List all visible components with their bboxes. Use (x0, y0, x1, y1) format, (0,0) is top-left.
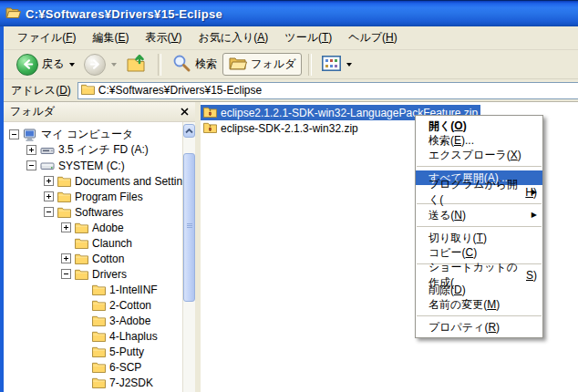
folder-icon (57, 206, 71, 218)
tree-item-label: 5-Putty (109, 346, 144, 358)
tree-item-label: 6-SCP (109, 361, 141, 374)
tree-item-label: Adobe (92, 222, 124, 234)
chevron-down-icon[interactable] (111, 63, 117, 67)
context-menu-item--r-[interactable]: プロパティ(R) (416, 320, 542, 335)
folders-pane-title: フォルダ (10, 104, 181, 119)
collapse-icon[interactable] (61, 269, 71, 279)
expand-icon[interactable] (44, 176, 54, 186)
tree-item-6-scp[interactable]: 6-SCP (4, 359, 195, 375)
collapse-icon[interactable] (44, 207, 54, 217)
tree-item-5-putty[interactable]: 5-Putty (4, 344, 195, 359)
views-icon (322, 56, 341, 74)
tree-item-7-j2sdk[interactable]: 7-J2SDK (4, 375, 195, 390)
tree-item-claunch[interactable]: Claunch (4, 235, 195, 251)
expand-icon[interactable] (44, 191, 54, 201)
context-menu-item--s-[interactable]: ショートカットの作成(S) (416, 268, 542, 283)
drive-icon (40, 160, 55, 172)
context-menu-item--t-[interactable]: 切り取り(T) (416, 231, 542, 245)
tree-item-label: 7-J2SDK (109, 377, 153, 389)
chevron-down-icon[interactable] (69, 63, 75, 67)
tree-item-4-lhaplus[interactable]: 4-Lhaplus (4, 328, 195, 344)
tree-item--[interactable]: マイ コンピュータ (4, 127, 195, 142)
tree-item-documents-and-settings[interactable]: Documents and Settings (4, 173, 195, 189)
folder-icon (75, 237, 88, 249)
tree-item-cotton[interactable]: Cotton (4, 251, 195, 266)
scroll-up-button[interactable] (183, 124, 195, 138)
tree-item-1-intelinf[interactable]: 1-IntelINF (4, 282, 195, 297)
computer-icon (23, 129, 37, 141)
tree-item-label: Documents and Settings (75, 175, 194, 188)
toolbar-up-button[interactable] (122, 50, 151, 78)
folder-icon (75, 253, 88, 264)
tree-item-adobe[interactable]: Adobe (4, 220, 195, 235)
chevron-down-icon[interactable] (346, 63, 352, 67)
back-icon (16, 54, 38, 76)
toolbar-folders-button[interactable]: フォルダ (222, 53, 302, 76)
close-icon[interactable] (181, 106, 189, 119)
file-name: eclipse-SDK-2.1.3-win32.zip (221, 122, 358, 135)
expand-icon[interactable] (61, 253, 71, 263)
context-menu-item--e-[interactable]: 検索(E)... (416, 133, 542, 148)
tree-item-label: Cotton (92, 253, 124, 265)
toolbar-folders-label: フォルダ (251, 57, 295, 72)
context-menu-item--n-[interactable]: 送る(N)▶ (416, 208, 542, 222)
context-menu-item--x-[interactable]: エクスプローラ(X) (416, 148, 542, 162)
toolbar: 戻る検索フォルダ (4, 50, 578, 79)
tree-item-softwares[interactable]: Softwares (4, 204, 195, 220)
folder-icon (92, 315, 106, 326)
titlebar[interactable]: C:¥Softwares¥Drivers¥15-Eclipse (0, 0, 578, 26)
menubar-item-6[interactable]: ヘルプ(H) (340, 26, 406, 49)
menubar-item-5[interactable]: ツール(T) (276, 26, 340, 49)
context-menu-item--o-[interactable]: 開く(O) (416, 119, 542, 133)
collapse-icon[interactable] (26, 160, 36, 170)
toolbar-search-button[interactable]: 検索 (168, 51, 221, 77)
folder-icon (92, 299, 106, 311)
toolbar-back-button[interactable]: 戻る (13, 52, 78, 77)
tree-item-drivers[interactable]: Drivers (4, 266, 195, 282)
context-menu-item--m-[interactable]: 名前の変更(M) (416, 297, 542, 312)
context-menu-item--d-[interactable]: 削除(D) (416, 283, 542, 297)
file-row[interactable]: eclipse-SDK-2.1.3-win32.zip (201, 120, 361, 136)
tree-item-2-cotton[interactable]: 2-Cotton (4, 297, 195, 313)
folder-icon (75, 268, 88, 280)
up-icon (126, 52, 148, 77)
tree-item-label: 3-Adobe (109, 315, 150, 327)
menubar-item-2[interactable]: 編集(E) (84, 26, 137, 49)
context-menu: 開く(O)検索(E)...エクスプローラ(X)すべて展開(A)...プログラムか… (415, 115, 543, 338)
menubar-item-1[interactable]: ファイル(F) (9, 26, 84, 49)
scrollbar-thumb[interactable] (183, 153, 195, 302)
menubar-item-3[interactable]: 表示(V) (137, 26, 190, 49)
toolbar-forward-button[interactable] (80, 52, 120, 77)
menubar-item-4[interactable]: お気に入り(A) (191, 26, 277, 49)
menu-separator (417, 226, 542, 227)
search-icon (171, 53, 191, 76)
tree-item-3-adobe[interactable]: 3-Adobe (4, 313, 195, 328)
tree-item-3-5-fd-a-[interactable]: 3.5 インチ FD (A:) (4, 142, 195, 158)
zip-icon (203, 121, 217, 136)
tree-scrollbar[interactable] (182, 122, 195, 392)
tree-item-label: Program Files (75, 191, 143, 203)
folder-icon (92, 346, 106, 357)
address-label: アドレス(D) (11, 83, 71, 98)
tree-item-label: Drivers (92, 268, 127, 281)
menu-separator (417, 315, 542, 316)
addressbar: アドレス(D) C:¥Softwares¥Drivers¥15-Eclipse (4, 79, 578, 102)
folder-icon (92, 284, 106, 295)
forward-icon (84, 54, 106, 76)
folder-icon (75, 222, 88, 233)
context-menu-item--h-[interactable]: プログラムから開く(H)▶ (416, 185, 542, 200)
tree-item-label: 4-Lhaplus (109, 330, 158, 343)
expand-icon[interactable] (61, 222, 71, 232)
folder-icon (92, 377, 106, 388)
address-input[interactable]: C:¥Softwares¥Drivers¥15-Eclipse (77, 82, 578, 99)
tree-item-program-files[interactable]: Program Files (4, 189, 195, 204)
context-menu-item--c-[interactable]: コピー(C) (416, 245, 542, 260)
tree-item-system-c-[interactable]: SYSTEM (C:) (4, 158, 195, 173)
tree-item-label: 1-IntelINF (109, 284, 158, 296)
toolbar-views-button[interactable] (318, 54, 356, 76)
collapse-icon[interactable] (9, 129, 19, 139)
folder-icon (57, 191, 71, 202)
window-title: C:¥Softwares¥Drivers¥15-Eclipse (26, 7, 222, 21)
tree-item-label: Claunch (92, 237, 132, 250)
expand-icon[interactable] (26, 145, 36, 155)
